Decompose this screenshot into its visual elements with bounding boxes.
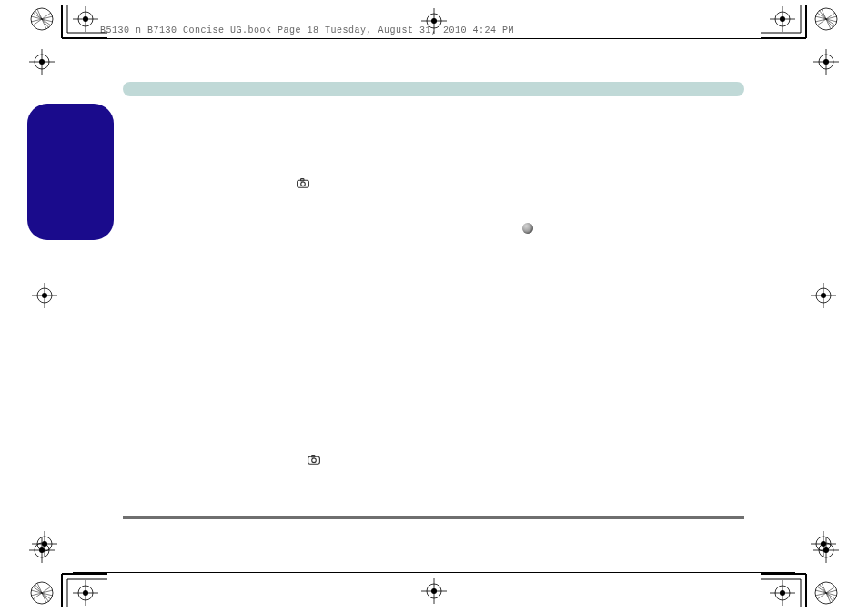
camera-icon	[297, 176, 309, 186]
svg-point-2	[301, 182, 306, 186]
svg-point-5	[312, 458, 317, 463]
side-tab	[27, 104, 114, 240]
crop-mark-right-mid	[810, 282, 837, 309]
crop-mark-top-mid	[420, 7, 448, 35]
crop-mark-right-low	[810, 530, 837, 557]
crop-mark-left-mid	[31, 282, 58, 309]
crop-mark-left-low	[31, 530, 58, 557]
bottom-rule	[73, 572, 795, 573]
globe-icon	[522, 223, 533, 234]
camera-icon	[308, 453, 320, 463]
crop-mark-bottom-mid	[420, 577, 448, 605]
print-stamp: B5130 n B7130 Concise UG.book Page 18 Tu…	[100, 25, 514, 35]
top-rule	[73, 38, 795, 39]
footer-bar	[123, 516, 744, 519]
crop-mark-top-left	[25, 5, 107, 76]
section-bar	[123, 82, 744, 96]
crop-mark-top-right	[761, 5, 843, 76]
